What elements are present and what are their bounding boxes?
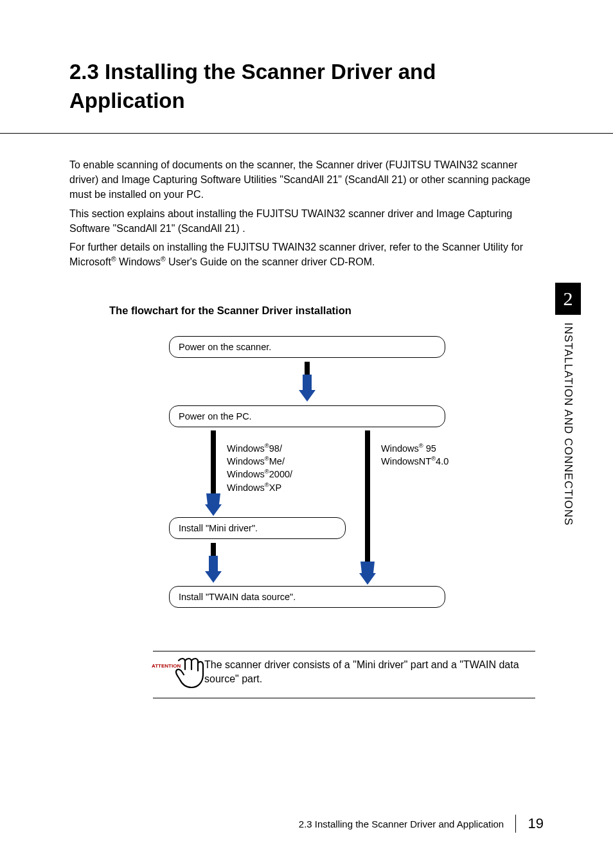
flowchart-step-3: Install "Mini driver". bbox=[169, 517, 346, 539]
attention-note: ATTENTION The scanner driver consists of… bbox=[153, 651, 535, 698]
flowchart-step-4: Install "TWAIN data source". bbox=[169, 586, 445, 608]
svg-rect-6 bbox=[365, 430, 370, 562]
os-list-left: Windows®98/ Windows®Me/ Windows®2000/ Wi… bbox=[227, 442, 292, 495]
page-footer: 2.3 Installing the Scanner Driver and Ap… bbox=[0, 815, 613, 833]
registered-mark: ® bbox=[161, 256, 166, 263]
paragraph-2: This section explains about installing t… bbox=[69, 206, 545, 236]
svg-marker-11 bbox=[205, 571, 222, 583]
arrow-down-right-icon bbox=[358, 430, 377, 587]
os-list-right: Windows® 95 WindowsNT®4.0 bbox=[381, 442, 449, 468]
svg-marker-4 bbox=[206, 493, 220, 504]
footer-text: 2.3 Installing the Scanner Driver and Ap… bbox=[299, 819, 504, 829]
svg-marker-8 bbox=[359, 573, 376, 585]
flowchart-step-2: Power on the PC. bbox=[169, 405, 445, 427]
p3-part-b: Windows bbox=[116, 256, 161, 267]
section-title: 2.3 Installing the Scanner Driver and Ap… bbox=[69, 58, 545, 115]
svg-rect-9 bbox=[211, 543, 216, 556]
attention-icon: ATTENTION bbox=[153, 657, 204, 693]
svg-marker-5 bbox=[205, 504, 222, 516]
title-divider bbox=[0, 133, 613, 134]
arrow-down-left-icon bbox=[204, 430, 223, 518]
arrow-down-icon bbox=[298, 362, 317, 404]
p3-part-c: User's Guide on the scanner driver CD-RO… bbox=[166, 256, 375, 267]
flowchart-heading: The flowchart for the Scanner Driver ins… bbox=[109, 305, 545, 317]
footer-divider bbox=[515, 815, 516, 833]
svg-marker-2 bbox=[299, 390, 315, 402]
svg-marker-7 bbox=[360, 562, 375, 573]
arrow-down-icon bbox=[204, 543, 223, 585]
svg-rect-0 bbox=[305, 362, 310, 375]
svg-rect-3 bbox=[211, 430, 216, 493]
registered-mark: ® bbox=[111, 256, 116, 263]
svg-rect-10 bbox=[209, 556, 218, 571]
page-number: 19 bbox=[528, 815, 544, 831]
svg-rect-1 bbox=[303, 375, 312, 390]
flowchart-step-1: Power on the scanner. bbox=[169, 336, 445, 358]
flowchart: Power on the scanner. Power on the PC. W… bbox=[169, 336, 477, 632]
attention-text: The scanner driver consists of a "Mini d… bbox=[204, 657, 535, 687]
chapter-tab: 2 INSTALLATION AND CONNECTIONS bbox=[555, 283, 581, 526]
chapter-title: INSTALLATION AND CONNECTIONS bbox=[562, 323, 574, 526]
paragraph-3: For further details on installing the FU… bbox=[69, 240, 545, 270]
paragraph-1: To enable scanning of documents on the s… bbox=[69, 157, 545, 202]
chapter-number: 2 bbox=[555, 283, 581, 315]
